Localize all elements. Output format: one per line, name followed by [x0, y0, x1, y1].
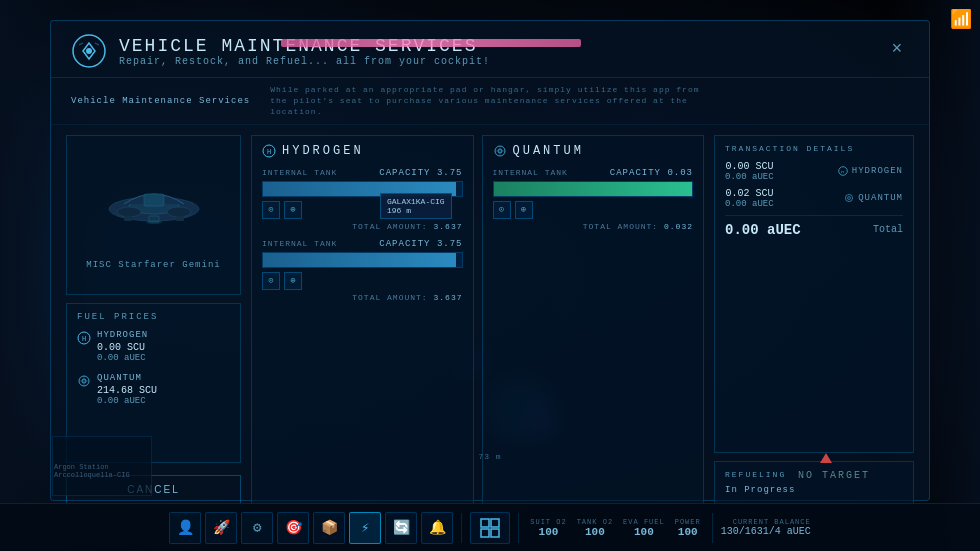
- hydrogen-scu: 0.00 SCU: [97, 342, 230, 353]
- tank1-capacity: CAPACITY 3.75: [379, 168, 462, 178]
- qtank1-btn-minus[interactable]: ⊙: [493, 201, 511, 219]
- tank1-total: TOTAL AMOUNT: 3.637: [262, 222, 463, 231]
- tank2-btn-plus[interactable]: ⊕: [284, 272, 302, 290]
- ship-name: MISC Starfarer Gemini: [80, 254, 226, 276]
- tank2-fill: [263, 253, 456, 267]
- hud-icon-refresh[interactable]: 🔄: [385, 512, 417, 544]
- hud-balance: CURRENT BALANCE 130/1631/4 aUEC: [721, 518, 811, 537]
- mini-map-labels: Argon Station Arccolloquella-CIG: [54, 463, 130, 479]
- middle-panels: H HYDROGEN INTERNAL TANK CAPACITY 3.75: [251, 135, 704, 504]
- power-value: 100: [678, 526, 698, 538]
- tank2-total-value: 3.637: [433, 293, 462, 302]
- eva-fuel-value: 100: [634, 526, 654, 538]
- main-panel: Vehicle Maintenance Services Repair, Res…: [50, 20, 930, 501]
- qtank1-btn-plus[interactable]: ⊕: [515, 201, 533, 219]
- breadcrumb: Vehicle Maintenance Services While parke…: [51, 78, 929, 125]
- svg-rect-9: [176, 216, 184, 221]
- qtank1-label-row: INTERNAL TANK CAPACITY 0.03: [493, 168, 694, 178]
- tank2-capacity: CAPACITY 3.75: [379, 239, 462, 249]
- qtank1-label: INTERNAL TANK: [493, 168, 568, 178]
- hud-icon-bell[interactable]: 🔔: [421, 512, 453, 544]
- hud-suit-o2: SUIT O2 100: [530, 518, 566, 538]
- transaction-panel: TRANSACTION DETAILS 0.00 SCU 0.00 aUEC H…: [714, 135, 914, 453]
- hydrogen-label: HYDROGEN: [97, 330, 230, 340]
- quantum-trans-scu: 0.02 SCU: [725, 188, 774, 199]
- tank1-label: INTERNAL TANK: [262, 168, 337, 178]
- hud-icon-power[interactable]: ⚡: [349, 512, 381, 544]
- tank1-total-label: TOTAL AMOUNT:: [352, 222, 427, 231]
- total-label: Total: [873, 224, 903, 235]
- quantum-transaction-row: 0.02 SCU 0.00 aUEC QUANTUM: [725, 188, 903, 209]
- svg-point-26: [848, 197, 851, 200]
- breadcrumb-item[interactable]: Vehicle Maintenance Services: [71, 96, 250, 106]
- tank1-bar: [262, 181, 463, 197]
- eva-fuel-label: EVA FUEL: [623, 518, 665, 526]
- refuel-panel: REFUELING In Progress: [714, 461, 914, 504]
- panel-header: Vehicle Maintenance Services Repair, Res…: [51, 21, 929, 78]
- svg-rect-29: [481, 529, 489, 537]
- suit-o2-label: SUIT O2: [530, 518, 566, 526]
- hud-icon-target[interactable]: 🎯: [277, 512, 309, 544]
- hydrogen-auec: 0.00 aUEC: [97, 353, 230, 363]
- hud-divider-1: [461, 513, 462, 543]
- transaction-divider: [725, 215, 903, 216]
- tank1-total-value: 3.637: [433, 222, 462, 231]
- hud-icon-person[interactable]: 👤: [169, 512, 201, 544]
- hud-icon-cargo[interactable]: 📦: [313, 512, 345, 544]
- hud-icon-gear[interactable]: ⚙: [241, 512, 273, 544]
- total-amount: 0.00 aUEC: [725, 222, 801, 238]
- svg-point-6: [167, 207, 191, 217]
- hud-divider-2: [518, 513, 519, 543]
- fuel-prices-title: FUEL PRICES: [77, 312, 230, 322]
- tank1-fill: [263, 182, 456, 196]
- hydrogen-trans-label: H HYDROGEN: [838, 166, 903, 176]
- right-panel: TRANSACTION DETAILS 0.00 SCU 0.00 aUEC H…: [714, 135, 914, 504]
- tank1-controls: ⊙ ⊕: [262, 201, 463, 219]
- breadcrumb-desc: While parked at an appropriate pad or ha…: [270, 84, 700, 118]
- svg-point-25: [846, 194, 853, 201]
- qtank1-total-label: TOTAL AMOUNT:: [583, 222, 658, 231]
- hydrogen-tank-1: INTERNAL TANK CAPACITY 3.75 ⊙ ⊕ TOTAL AM…: [262, 168, 463, 231]
- total-row: 0.00 aUEC Total: [725, 222, 903, 238]
- quantum-section-title: QUANTUM: [513, 144, 584, 158]
- hud-icon-multiflex[interactable]: [470, 512, 510, 544]
- svg-point-5: [117, 207, 141, 217]
- hydrogen-trans-auec: 0.00 aUEC: [725, 172, 774, 182]
- ship-display: MISC Starfarer Gemini: [66, 135, 241, 295]
- quantum-header: QUANTUM: [493, 144, 694, 158]
- tank2-bar: [262, 252, 463, 268]
- qtank1-bar: [493, 181, 694, 197]
- quantum-trans-label: QUANTUM: [844, 193, 903, 203]
- close-button[interactable]: ×: [885, 37, 909, 61]
- tank1-btn-plus[interactable]: ⊕: [284, 201, 302, 219]
- tank1-label-row: INTERNAL TANK CAPACITY 3.75: [262, 168, 463, 178]
- distance-indicator: 73 m: [478, 452, 501, 461]
- no-target-label: NO TARGET: [798, 470, 870, 481]
- tank2-total-label: TOTAL AMOUNT:: [352, 293, 427, 302]
- hud-bar: 👤 🚀 ⚙ 🎯 📦 ⚡ 🔄 🔔 SUIT O2 100 TANK O2 100 …: [0, 503, 980, 551]
- maintenance-icon: [71, 33, 107, 69]
- qtank1-controls: ⊙ ⊕: [493, 201, 694, 219]
- app-subtitle: Repair, Restock, and Refuel... all from …: [119, 56, 490, 67]
- hydrogen-header: H HYDROGEN: [262, 144, 463, 158]
- hydrogen-transaction-row: 0.00 SCU 0.00 aUEC H HYDROGEN: [725, 161, 903, 182]
- quantum-trans-icon: [844, 193, 854, 203]
- refuel-status: In Progress: [725, 485, 903, 495]
- quantum-trans-values: 0.02 SCU 0.00 aUEC: [725, 188, 774, 209]
- quantum-price-item: QUANTUM 214.68 SCU 0.00 aUEC: [77, 373, 230, 406]
- hydrogen-tank-2: INTERNAL TANK CAPACITY 3.75 ⊙ ⊕ TOTAL AM…: [262, 239, 463, 302]
- quantum-icon: [77, 374, 91, 388]
- svg-text:H: H: [841, 169, 844, 174]
- hydrogen-price-item: H HYDROGEN 0.00 SCU 0.00 aUEC: [77, 330, 230, 363]
- tank2-total: TOTAL AMOUNT: 3.637: [262, 293, 463, 302]
- quantum-label: QUANTUM: [97, 373, 230, 383]
- tank1-btn-minus[interactable]: ⊙: [262, 201, 280, 219]
- ship-silhouette: [94, 154, 214, 254]
- svg-rect-27: [481, 519, 489, 527]
- hydrogen-icon: H: [77, 331, 91, 345]
- quantum-tank-1: INTERNAL TANK CAPACITY 0.03 ⊙ ⊕ TOTAL AM…: [493, 168, 694, 231]
- tank2-btn-minus[interactable]: ⊙: [262, 272, 280, 290]
- quantum-scu: 214.68 SCU: [97, 385, 230, 396]
- tank-o2-value: 100: [585, 526, 605, 538]
- hud-icon-ship[interactable]: 🚀: [205, 512, 237, 544]
